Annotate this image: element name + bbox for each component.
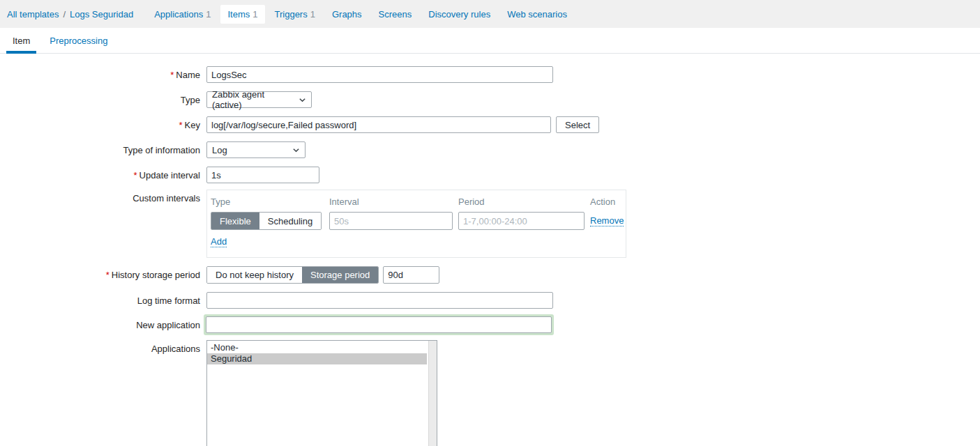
applications-label: Applications [0, 340, 200, 354]
item-sub-tabs: Item Preprocessing [0, 28, 980, 54]
remove-interval-link[interactable]: Remove [590, 215, 624, 226]
type-row: Type Zabbix agent (active) [0, 91, 980, 108]
update-interval-label: *Update interval [0, 167, 200, 180]
breadcrumb-all-templates[interactable]: All templates [7, 9, 59, 20]
scheduling-option[interactable]: Scheduling [259, 213, 321, 229]
key-select-button[interactable]: Select [556, 116, 599, 133]
chevron-down-icon [292, 146, 300, 154]
log-time-format-row: Log time format [0, 292, 980, 309]
tab-triggers[interactable]: Triggers1 [268, 5, 322, 24]
tab-screens[interactable]: Screens [372, 5, 419, 24]
column-header-interval: Interval [329, 197, 359, 207]
log-time-format-input[interactable] [206, 292, 553, 309]
flexible-option[interactable]: Flexible [211, 213, 259, 229]
custom-intervals-panel: Type Interval Period Action Flexible Sch… [206, 190, 626, 258]
name-row: *Name [0, 66, 980, 83]
storage-period-option[interactable]: Storage period [302, 267, 378, 283]
listbox-scrollbar[interactable] [428, 341, 437, 446]
column-header-period: Period [458, 197, 485, 207]
tab-item[interactable]: Item [6, 28, 36, 53]
column-header-type: Type [211, 197, 230, 207]
new-application-label: New application [0, 314, 200, 330]
key-row: *Key Select [0, 116, 980, 133]
new-application-input[interactable] [206, 316, 552, 333]
required-asterisk: * [133, 170, 137, 180]
custom-intervals-row: Custom intervals Type Interval Period Ac… [0, 190, 980, 258]
top-navigation-bar: All templates / Logs Seguridad Applicati… [0, 0, 980, 28]
type-label: Type [0, 91, 200, 105]
update-interval-input[interactable] [206, 167, 319, 183]
breadcrumb-separator: / [63, 9, 66, 20]
applications-listbox[interactable]: -None- Seguridad [206, 340, 437, 446]
custom-intervals-label: Custom intervals [0, 190, 200, 203]
tab-web-scenarios[interactable]: Web scenarios [500, 5, 574, 24]
item-form: *Name Type Zabbix agent (active) *Key Se… [0, 66, 980, 446]
do-not-keep-history-option[interactable]: Do not keep history [207, 267, 302, 283]
applications-row: Applications -None- Seguridad [0, 340, 980, 446]
history-mode-segmented: Do not keep history Storage period [206, 266, 379, 284]
add-interval-link[interactable]: Add [211, 236, 227, 247]
application-option-seguridad[interactable]: Seguridad [207, 353, 427, 364]
interval-input[interactable] [329, 212, 453, 230]
key-label: *Key [0, 116, 200, 130]
tab-items[interactable]: Items1 [220, 5, 264, 24]
interval-type-segmented: Flexible Scheduling [211, 212, 322, 230]
type-select[interactable]: Zabbix agent (active) [206, 91, 312, 108]
application-option-none[interactable]: -None- [207, 342, 427, 353]
triggers-count: 1 [310, 9, 315, 20]
chevron-down-icon [299, 96, 306, 104]
update-interval-row: *Update interval [0, 167, 980, 183]
history-period-input[interactable] [383, 266, 439, 284]
items-count: 1 [252, 9, 257, 20]
key-input[interactable] [206, 116, 551, 133]
tab-applications[interactable]: Applications1 [147, 5, 218, 24]
type-of-information-label: Type of information [0, 141, 200, 155]
name-label: *Name [0, 66, 200, 80]
name-input[interactable] [206, 66, 553, 83]
period-input[interactable] [458, 212, 585, 230]
new-application-highlight [204, 314, 554, 335]
type-of-information-row: Type of information Log [0, 141, 980, 158]
breadcrumb-template[interactable]: Logs Seguridad [70, 9, 133, 20]
type-of-information-select[interactable]: Log [206, 141, 306, 158]
required-asterisk: * [106, 270, 110, 280]
history-storage-period-row: *History storage period Do not keep hist… [0, 266, 980, 284]
required-asterisk: * [179, 120, 183, 130]
template-nav-tabs: Applications1 Items1 Triggers1 Graphs Sc… [147, 5, 577, 24]
required-asterisk: * [170, 70, 174, 80]
log-time-format-label: Log time format [0, 292, 200, 306]
tab-preprocessing[interactable]: Preprocessing [43, 28, 114, 53]
column-header-action: Action [590, 197, 615, 207]
new-application-row: New application [0, 314, 980, 335]
tab-discovery-rules[interactable]: Discovery rules [421, 5, 497, 24]
history-storage-period-label: *History storage period [0, 266, 200, 280]
applications-count: 1 [206, 9, 211, 20]
tab-graphs[interactable]: Graphs [325, 5, 369, 24]
